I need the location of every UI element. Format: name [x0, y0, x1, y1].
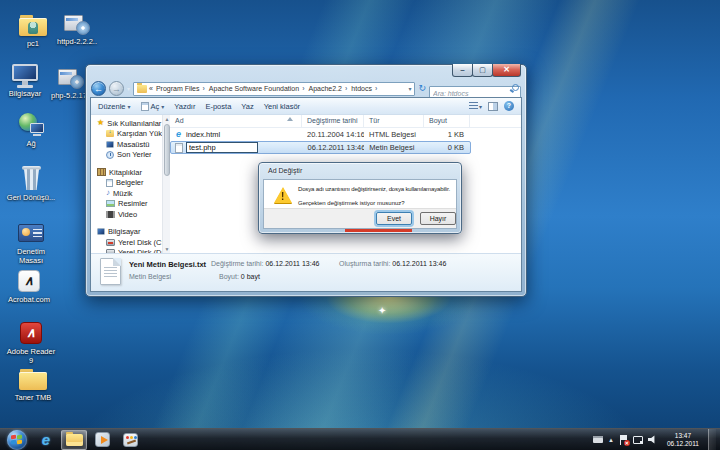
email-button[interactable]: E-posta	[205, 102, 231, 111]
command-toolbar: Düzenle Aç Yazdır E-posta Yaz Yeni klasö…	[91, 98, 521, 115]
dialog-client: Dosya adı uzantısını değiştirirseniz, do…	[263, 179, 457, 229]
sidebar-item-desktop[interactable]: Masaüstü	[91, 139, 170, 150]
hidden-icons-chevron-icon[interactable]: ▲	[608, 437, 614, 443]
no-button[interactable]: Hayır	[420, 212, 456, 225]
sidebar-item-downloads[interactable]: Karşıdan Yüklem	[91, 129, 170, 140]
scroll-down-icon[interactable]: ▼	[163, 245, 170, 253]
breadcrumb-segment[interactable]: Apache2.2	[307, 85, 348, 92]
taskbar-explorer-button[interactable]	[61, 430, 87, 450]
preview-pane-button[interactable]	[488, 102, 498, 111]
sidebar-item-documents[interactable]: Belgeler	[91, 178, 170, 189]
desktop-icon	[106, 141, 114, 148]
desktop-icon-httpd[interactable]: httpd-2.2.2..	[50, 10, 104, 47]
paint-icon	[123, 433, 138, 447]
folder-icon	[17, 366, 49, 393]
device-icon[interactable]	[593, 436, 603, 443]
desktop-icon-control-panel[interactable]: Denetim Masası	[4, 220, 58, 265]
search-box	[429, 82, 521, 96]
window-titlebar[interactable]	[86, 65, 526, 80]
column-header-modified[interactable]: Değiştirme tarihi	[302, 115, 364, 127]
desktop-icon-label: Geri Dönüşü...	[7, 194, 55, 203]
column-header-name[interactable]: Ad	[170, 115, 302, 127]
yes-button[interactable]: Evet	[376, 212, 412, 225]
print-button[interactable]: Yazdır	[174, 102, 195, 111]
computer-icon	[97, 228, 105, 235]
taskbar-clock[interactable]: 13:4706.12.2011	[663, 432, 703, 448]
search-icon[interactable]	[512, 84, 519, 91]
dialog-title: Ad Değiştir	[259, 163, 461, 179]
sidebar-item-pictures[interactable]: Resimler	[91, 199, 170, 210]
taskbar: e ▲ ✕ 13:4706.12.2011	[0, 428, 720, 450]
organize-menu[interactable]: Düzenle	[98, 102, 131, 111]
back-button[interactable]	[91, 81, 106, 96]
desktop-icon-taner[interactable]: Taner TMB	[6, 366, 60, 403]
folder-icon	[137, 85, 147, 93]
rename-input[interactable]	[186, 142, 258, 153]
sidebar-section-computer[interactable]: Bilgisayar	[91, 227, 170, 238]
music-icon: ♪	[106, 189, 110, 197]
local-disk-icon	[106, 239, 115, 246]
taskbar-media-player-button[interactable]	[89, 430, 115, 450]
document-icon	[141, 102, 149, 111]
breadcrumb-overflow[interactable]: «	[149, 85, 153, 92]
new-folder-button[interactable]: Yeni klasör	[264, 102, 300, 111]
sidebar-item-video[interactable]: Video	[91, 209, 170, 220]
star-icon: ★	[97, 119, 104, 127]
action-center-flag-icon[interactable]: ✕	[619, 435, 628, 445]
taskbar-ie-button[interactable]: e	[33, 430, 59, 450]
details-filename: Yeni Metin Belgesi.txt	[129, 260, 206, 269]
desktop-icon-label: Adobe Reader 9	[4, 348, 58, 365]
scroll-up-icon[interactable]: ▲	[163, 115, 170, 123]
show-desktop-button[interactable]	[708, 429, 716, 450]
help-icon[interactable]: ?	[504, 101, 514, 111]
adobe-reader-icon	[15, 320, 47, 347]
dialog-footer: Evet Hayır	[264, 208, 456, 228]
breadcrumb-segment[interactable]: Program Files	[155, 85, 206, 92]
view-controls: ?	[469, 101, 514, 111]
file-row-test-php[interactable]: 06.12.2011 13:46 Metin Belgesi 0 KB	[170, 141, 471, 154]
minimize-button[interactable]	[452, 64, 473, 77]
column-header-size[interactable]: Boyut	[424, 115, 470, 127]
forward-button[interactable]	[109, 81, 124, 96]
video-icon	[106, 211, 115, 218]
folder-icon	[66, 434, 83, 446]
details-pane: Yeni Metin Belgesi.txt Metin Belgesi Değ…	[91, 253, 521, 291]
breadcrumb-segment[interactable]: htdocs	[350, 85, 378, 92]
sort-ascending-icon	[287, 117, 293, 121]
refresh-icon[interactable]: ↻	[418, 84, 426, 93]
desktop-icon-acrobat[interactable]: Acrobat.com	[2, 268, 56, 305]
close-button[interactable]	[492, 64, 521, 77]
desktop-icon-label: Denetim Masası	[4, 248, 58, 265]
burn-button[interactable]: Yaz	[241, 102, 253, 111]
sidebar-section-favorites[interactable]: ★Sık Kullanılanlar	[91, 118, 170, 129]
desktop-icon-recycle-bin[interactable]: Geri Dönüşü...	[4, 166, 58, 203]
recycle-bin-icon	[15, 166, 47, 193]
sidebar-item-music[interactable]: ♪Müzik	[91, 188, 170, 199]
desktop-icon-label: Bilgisayar	[9, 90, 42, 99]
system-tray: ▲ ✕ 13:4706.12.2011	[593, 429, 720, 450]
sidebar-section-libraries[interactable]: Kitaplıklar	[91, 167, 170, 178]
text-file-icon	[175, 143, 183, 153]
sidebar-scrollbar[interactable]: ▲▼	[162, 115, 170, 253]
rename-dialog: Ad Değiştir Dosya adı uzantısını değişti…	[258, 162, 462, 234]
file-row-index-html[interactable]: eindex.html 20.11.2004 14:16 HTML Belges…	[170, 128, 521, 141]
maximize-button[interactable]	[472, 64, 493, 77]
address-bar-row: ▾ « Program Files Apache Software Founda…	[86, 80, 526, 97]
breadcrumb[interactable]: « Program Files Apache Software Foundati…	[133, 82, 415, 96]
desktop-icon-adobe-reader[interactable]: Adobe Reader 9	[4, 320, 58, 365]
open-menu[interactable]: Aç	[141, 102, 165, 111]
breadcrumb-segment[interactable]: Apache Software Foundation	[208, 85, 306, 92]
network-status-icon[interactable]	[633, 435, 643, 444]
sidebar-item-recent[interactable]: Son Yerler	[91, 150, 170, 161]
address-dropdown-icon[interactable]: ▾	[408, 85, 411, 92]
recent-pages-caret-icon[interactable]: ▾	[127, 85, 130, 92]
desktop-wallpaper: pc1 httpd-2.2.2.. Bilgisayar php-5.2.17.…	[0, 0, 720, 450]
taskbar-paint-button[interactable]	[117, 430, 143, 450]
start-button[interactable]	[7, 430, 27, 450]
desktop-icon-ag[interactable]: Ağ	[4, 112, 58, 149]
sidebar-item-disk-c[interactable]: Yerel Disk (C:)	[91, 237, 170, 248]
column-header-type[interactable]: Tür	[364, 115, 424, 127]
change-view-button[interactable]	[469, 102, 482, 110]
list-view-icon	[469, 102, 478, 110]
volume-icon[interactable]	[648, 435, 658, 444]
